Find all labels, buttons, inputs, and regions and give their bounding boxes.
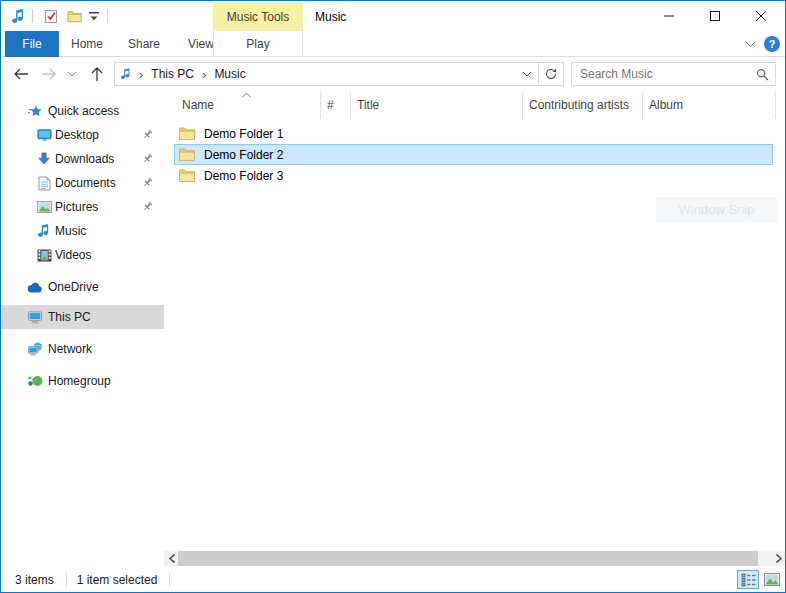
tab-share[interactable]: Share [115,31,173,57]
sidebar-item-documents[interactable]: Documents [1,171,164,195]
tab-play[interactable]: Play [213,31,303,57]
column-header-contributing-artists[interactable]: Contributing artists [523,91,643,119]
search-icon[interactable] [749,63,775,85]
qat-new-folder-button[interactable] [64,7,84,25]
navigation-pane: Quick access Desktop Downloads Doc [1,91,164,551]
help-button[interactable]: ? [764,36,780,52]
window-title: Music [315,10,346,24]
up-button[interactable] [85,57,109,91]
breadcrumb-this-pc[interactable]: This PC [145,63,200,85]
desktop-icon [36,127,52,143]
collapse-ribbon-chevron-icon[interactable] [742,38,758,51]
search-box[interactable] [571,62,776,86]
pictures-icon [36,199,52,215]
file-row-demo-folder-3[interactable]: Demo Folder 3 [174,165,773,186]
scroll-right-arrow[interactable] [771,551,786,566]
qat-separator [32,9,33,23]
file-list-pane: Name # Title Contributing artists Album … [164,91,786,551]
contextual-tab-group: Music Tools [213,3,303,31]
quick-access-star-icon [27,103,43,119]
sidebar-item-desktop[interactable]: Desktop [1,123,164,147]
status-divider [66,573,67,587]
status-bar: 3 items 1 item selected [1,566,785,593]
sidebar-item-downloads[interactable]: Downloads [1,147,164,171]
pin-icon [142,201,154,213]
address-dropdown-chevron[interactable] [516,63,538,85]
file-explorer-window: Music Tools Music File Home Share View P… [0,0,786,593]
sidebar-item-videos[interactable]: Videos [1,243,164,267]
folder-icon [179,127,195,140]
qat-properties-button[interactable] [41,7,61,25]
sort-ascending-icon [242,93,251,98]
this-pc-icon [27,309,43,325]
scroll-left-arrow[interactable] [164,551,179,566]
pin-icon [142,153,154,165]
close-button[interactable] [738,1,784,31]
selection-count: 1 item selected [77,573,158,587]
status-divider [169,573,170,587]
qat-customize-dropdown[interactable] [86,7,102,25]
app-music-note-icon [10,8,26,24]
pin-icon [142,177,154,189]
sidebar-item-homegroup[interactable]: Homegroup [1,369,164,393]
tab-home[interactable]: Home [59,31,115,57]
breadcrumb-chevron: › [137,67,145,82]
qat-separator [107,9,108,23]
search-input[interactable] [572,67,749,81]
tab-file[interactable]: File [5,31,59,57]
sidebar-item-pictures[interactable]: Pictures [1,195,164,219]
onedrive-cloud-icon [27,279,43,295]
back-button[interactable] [9,57,33,91]
sidebar-item-quick-access[interactable]: Quick access [1,99,164,123]
network-icon [27,341,43,357]
sidebar-item-network[interactable]: Network [1,337,164,361]
large-icons-view-icon [764,573,780,586]
pin-icon [142,129,154,141]
column-header-number[interactable]: # [321,91,351,119]
column-header-title[interactable]: Title [351,91,523,119]
breadcrumb-music[interactable]: Music [208,63,251,85]
contextual-tab-label: Music Tools [227,10,289,24]
sidebar-item-this-pc[interactable]: This PC [1,305,164,329]
file-row-demo-folder-2[interactable]: Demo Folder 2 [174,144,773,165]
recent-locations-chevron[interactable] [63,57,81,91]
breadcrumb-chevron: › [200,67,208,82]
details-view-icon [741,573,756,587]
videos-icon [36,247,52,263]
items-count: 3 items [15,573,54,587]
documents-icon [36,175,52,191]
minimize-button[interactable] [646,1,692,31]
title-bar: Music Tools Music [1,1,785,31]
window-snip-ghost: Window Snip [656,197,777,222]
column-header-name[interactable]: Name [176,91,321,119]
downloads-icon [36,151,52,167]
folder-icon [179,148,195,161]
maximize-button[interactable] [692,1,738,31]
large-icons-view-button[interactable] [761,570,783,589]
details-view-button[interactable] [737,570,759,589]
sidebar-item-onedrive[interactable]: OneDrive [1,275,164,299]
file-row-demo-folder-1[interactable]: Demo Folder 1 [174,123,773,144]
column-header-album[interactable]: Album [643,91,776,119]
sidebar-item-music[interactable]: Music [1,219,164,243]
refresh-button[interactable] [539,63,563,85]
homegroup-icon [27,373,43,389]
horizontal-scrollbar[interactable] [164,551,786,566]
address-bar[interactable]: › This PC › Music [114,62,564,86]
folder-icon [179,169,195,182]
location-music-note-icon [115,63,137,85]
music-icon [36,223,52,239]
forward-button[interactable] [37,57,61,91]
scrollbar-thumb[interactable] [178,551,758,566]
